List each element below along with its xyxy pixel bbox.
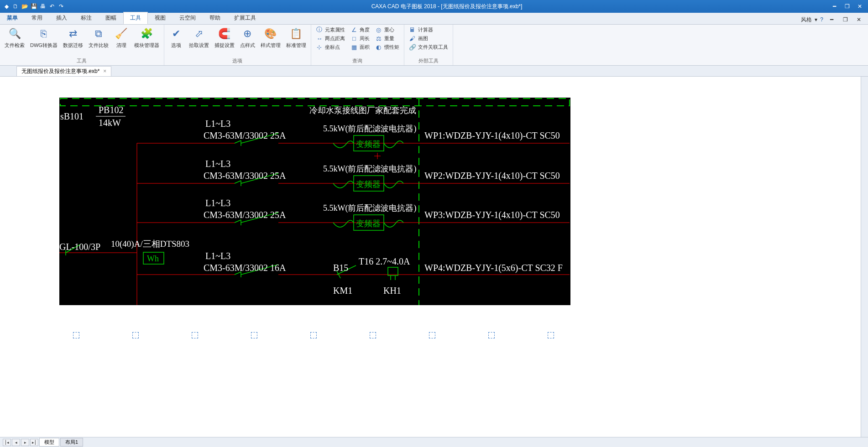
btn-area[interactable]: ▦面积 (348, 43, 372, 51)
ribbon-group-options: ✔选项 ⬀拾取设置 🧲捕捉设置 ⊕点样式 🎨样式管理 📋标准管理 选项 (164, 25, 311, 65)
group-label: 选项 (166, 57, 309, 65)
cad-label-l1l3-2: L1~L3 (205, 159, 230, 169)
btn-module-mgr[interactable]: 🧩模块管理器 (131, 26, 162, 50)
btn-inertia[interactable]: ◐惯性矩 (372, 43, 402, 51)
btn-centroid[interactable]: ◎重心 (372, 26, 402, 34)
btn-label: 周长 (360, 35, 370, 42)
qat-undo-icon[interactable]: ↶ (48, 3, 56, 10)
cad-label-l1l3-3: L1~L3 (205, 198, 230, 208)
ribbon-group-external: 🖩计算器 🖌画图 🔗文件关联工具 外部工具 (404, 25, 453, 65)
cad-label-vfdspec-3: 5.5kW(前后配滤波电抗器) (323, 203, 416, 213)
btn-snap[interactable]: 🧲捕捉设置 (212, 26, 237, 50)
btn-clean[interactable]: 🧹清理 (111, 26, 131, 50)
view-first-button[interactable]: ⎮◂ (3, 439, 11, 446)
chevron-down-icon[interactable]: ▾ (815, 16, 817, 23)
qat-save-icon[interactable]: 💾 (30, 3, 37, 10)
cad-label-sb101: sB101 (60, 111, 84, 122)
btn-pick[interactable]: ⬀拾取设置 (186, 26, 212, 50)
view-tab-model[interactable]: 模型 (39, 438, 59, 447)
btn-angle[interactable]: ∠角度 (348, 26, 372, 34)
view-tabs: ⎮◂ ◂ ▸ ▸⎮ 模型 布局1 (0, 437, 868, 447)
btn-perimeter[interactable]: □周长 (348, 34, 372, 42)
menu-tab-annotate[interactable]: 标注 (74, 12, 99, 24)
group-label: 外部工具 (406, 57, 451, 65)
view-tab-layout1[interactable]: 布局1 (60, 438, 83, 447)
cad-label-breaker-3: CM3-63M/33002 25A (204, 210, 286, 220)
magnet-icon: 🧲 (217, 26, 232, 41)
btn-file-assoc[interactable]: 🔗文件关联工具 (406, 43, 451, 51)
style-label[interactable]: 风格 (801, 16, 812, 24)
menu-tab-main[interactable]: 菜单 (0, 12, 25, 24)
close-button[interactable]: ✕ (854, 2, 865, 11)
btn-point-style[interactable]: ⊕点样式 (237, 26, 258, 50)
vertical-scrollbar[interactable] (861, 77, 868, 437)
menu-tab-sheet[interactable]: 图幅 (99, 12, 123, 24)
qat-open-icon[interactable]: 📂 (21, 3, 28, 10)
canvas-area[interactable]: sB101 PB102 14kW 冷却水泵接线图厂家配套完成 L1~L3 CM3… (0, 77, 868, 437)
btn-style-mgr[interactable]: 🎨样式管理 (258, 26, 283, 50)
btn-element-prop[interactable]: ⓘ元素属性 (313, 26, 348, 34)
menu-tab-insert[interactable]: 插入 (49, 12, 74, 24)
cad-label-vfd-2: 变频器 (356, 179, 381, 190)
cad-label-km1: KM1 (333, 286, 352, 296)
btn-two-point[interactable]: ↔两点距离 (313, 34, 348, 42)
menu-tab-ext[interactable]: 扩展工具 (227, 12, 263, 24)
btn-options[interactable]: ✔选项 (166, 26, 186, 50)
btn-label: 画图 (418, 35, 428, 42)
style-icon: 🎨 (263, 26, 278, 41)
menu-tab-help[interactable]: 帮助 (203, 12, 227, 24)
btn-calculator[interactable]: 🖩计算器 (406, 26, 451, 34)
btn-label: 数据迁移 (63, 42, 83, 49)
qat-redo-icon[interactable]: ↷ (58, 3, 65, 10)
btn-file-compare[interactable]: ⧉文件比较 (86, 26, 111, 50)
cad-label-vfdspec-2: 5.5kW(前后配滤波电抗器) (323, 163, 416, 174)
doc-minimize-button[interactable]: ━ (826, 15, 837, 24)
doc-tab-close-icon[interactable]: × (103, 68, 106, 74)
menu-tab-view[interactable]: 视图 (148, 12, 173, 24)
btn-weight[interactable]: ⚖重量 (372, 34, 402, 42)
cad-label-wp1: WP1:WDZB-YJY-1(4x10)-CT SC50 (424, 130, 560, 141)
cad-label-14kw: 14kW (99, 118, 121, 128)
centroid-icon: ◎ (375, 26, 382, 33)
view-next-button[interactable]: ▸ (21, 439, 29, 446)
btn-label: 清理 (116, 42, 126, 49)
selection-marker (192, 332, 198, 338)
help-icon[interactable]: ? (820, 16, 823, 23)
btn-label: 面积 (360, 44, 370, 51)
btn-label: 捕捉设置 (214, 42, 235, 49)
view-prev-button[interactable]: ◂ (12, 439, 20, 446)
btn-dwg-convert[interactable]: ⎘DWG转换器 (27, 26, 60, 50)
btn-data-migrate[interactable]: ⇄数据迁移 (60, 26, 86, 50)
btn-label: 样式管理 (261, 42, 281, 49)
cad-label-meter: 10(40)A/三相DTS803 (111, 238, 189, 250)
btn-file-search[interactable]: 🔍文件检索 (2, 26, 27, 50)
doc-tab-label: 无图纸报价及报价注意事项.exb* (21, 68, 99, 75)
cad-label-breaker-4: CM3-63M/33002 16A (204, 263, 286, 273)
btn-coord[interactable]: ⊹坐标点 (313, 43, 348, 51)
cad-label-wh: Wh (147, 254, 159, 264)
cad-canvas[interactable]: sB101 PB102 14kW 冷却水泵接线图厂家配套完成 L1~L3 CM3… (59, 98, 570, 305)
doc-restore-button[interactable]: ❐ (840, 15, 851, 24)
maximize-button[interactable]: ❐ (842, 2, 852, 11)
selection-marker (548, 332, 554, 338)
menu-tab-tools[interactable]: 工具 (123, 12, 148, 24)
doc-close-button[interactable]: ✕ (853, 15, 864, 24)
minimize-button[interactable]: ━ (829, 2, 840, 11)
btn-label: 模块管理器 (134, 42, 159, 49)
view-last-button[interactable]: ▸⎮ (30, 439, 38, 446)
distance-icon: ↔ (316, 35, 323, 42)
btn-label: 重心 (384, 26, 394, 33)
qat-new-icon[interactable]: 🗋 (12, 3, 19, 10)
group-label: 工具 (2, 57, 162, 65)
puzzle-icon: 🧩 (139, 26, 154, 41)
btn-paint[interactable]: 🖌画图 (406, 34, 451, 42)
migrate-icon: ⇄ (66, 26, 80, 41)
doc-tab-active[interactable]: 无图纸报价及报价注意事项.exb* × (16, 66, 111, 76)
qat-print-icon[interactable]: 🖶 (39, 3, 47, 10)
btn-standard-mgr[interactable]: 📋标准管理 (283, 26, 309, 50)
cad-label-breaker-2: CM3-63M/33002 25A (204, 171, 286, 181)
menu-tab-common[interactable]: 常用 (25, 12, 49, 24)
menu-tab-cloud[interactable]: 云空间 (173, 12, 203, 24)
area-icon: ▦ (350, 43, 358, 51)
selection-marker (251, 332, 257, 338)
